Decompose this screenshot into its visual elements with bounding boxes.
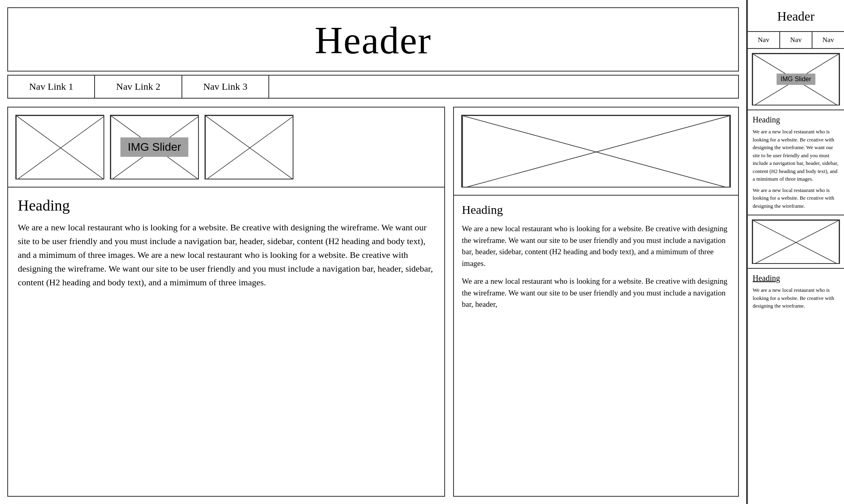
svg-line-1 [16, 116, 104, 179]
content-right-block: Heading We are a new local restaurant wh… [453, 107, 739, 497]
content-right-text: Heading We are a new local restaurant wh… [454, 196, 738, 318]
content-left-block: IMG Slider Heading We are a new local re… [7, 107, 445, 497]
sidebar-nav-3[interactable]: Nav [812, 32, 844, 48]
sidebar-text-block-2: Heading We are a new local restaurant wh… [748, 269, 844, 315]
main-header-box: Header [7, 7, 739, 72]
sidebar-nav-1[interactable]: Nav [748, 32, 780, 48]
sidebar-heading-2: Heading [753, 274, 839, 283]
img-placeholder-right [461, 115, 731, 188]
nav-empty [269, 76, 738, 98]
sidebar-nav-bar: Nav Nav Nav [748, 32, 844, 49]
sidebar-panel: Header Nav Nav Nav IMG Slider Heading We… [747, 0, 844, 504]
img-placeholder-3 [205, 115, 293, 179]
content-right-img-area [454, 108, 738, 196]
img-slider-area: IMG Slider [8, 108, 444, 188]
content-left-body: We are a new local restaurant who is loo… [18, 221, 435, 289]
sidebar-heading-1: Heading [753, 115, 839, 124]
main-header-title: Header [8, 18, 738, 63]
nav-link-1[interactable]: Nav Link 1 [8, 76, 95, 98]
sidebar-header-title: Header [751, 9, 841, 24]
img-placeholder-2: IMG Slider [110, 115, 199, 179]
content-right-body2: We are a new local restaurant who is loo… [462, 276, 730, 310]
main-panel: Header Nav Link 1 Nav Link 2 Nav Link 3 [0, 0, 747, 504]
sidebar-img-slider-label: IMG Slider [776, 74, 815, 85]
nav-link-3[interactable]: Nav Link 3 [182, 76, 269, 98]
nav-link-2[interactable]: Nav Link 2 [95, 76, 182, 98]
sidebar-text-block-1: Heading We are a new local restaurant wh… [748, 110, 844, 215]
sidebar-img-placeholder-2 [752, 219, 840, 264]
img-slider-label: IMG Slider [120, 137, 188, 157]
sidebar-img-slider-block: IMG Slider [748, 49, 844, 110]
sidebar-header-box: Header [748, 0, 844, 32]
main-content-area: IMG Slider Heading We are a new local re… [7, 107, 739, 497]
sidebar-img-placeholder: IMG Slider [752, 53, 840, 105]
main-nav-bar: Nav Link 1 Nav Link 2 Nav Link 3 [7, 75, 739, 99]
content-left-heading: Heading [18, 196, 435, 214]
content-right-body1: We are a new local restaurant who is loo… [462, 223, 730, 269]
svg-line-7 [205, 116, 293, 179]
sidebar-nav-2[interactable]: Nav [780, 32, 812, 48]
sidebar-body-1a: We are a new local restaurant who is loo… [753, 128, 839, 183]
content-left-text: Heading We are a new local restaurant wh… [8, 188, 444, 298]
sidebar-body-1b: We are a new local restaurant who is loo… [753, 186, 839, 210]
sidebar-body-2a: We are a new local restaurant who is loo… [753, 286, 839, 310]
img-placeholder-1 [15, 115, 104, 179]
sidebar-img-block-2 [748, 215, 844, 269]
content-right-heading: Heading [462, 203, 730, 217]
